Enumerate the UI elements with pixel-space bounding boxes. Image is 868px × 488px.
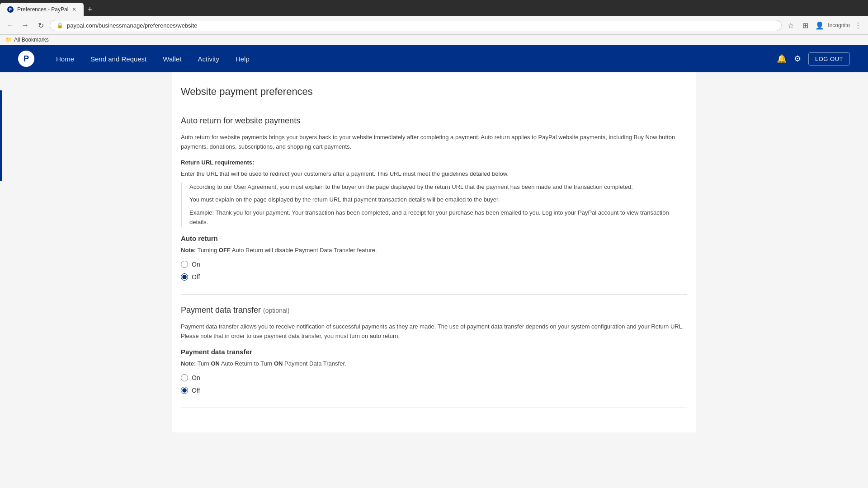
nav-help[interactable]: Help xyxy=(227,45,258,72)
tab-title: Preferences - PayPal xyxy=(17,6,68,13)
radio-on-input[interactable] xyxy=(181,261,188,268)
note-text-disable: Auto Return will disable Payment Data Tr… xyxy=(232,247,377,253)
page-content: Website payment preferences Auto return … xyxy=(172,72,696,432)
bookmarks-folder[interactable]: 📁 All Bookmarks xyxy=(4,36,51,44)
pdt-radio-on-input[interactable] xyxy=(181,374,188,381)
back-button[interactable]: ← xyxy=(4,19,16,32)
radio-off-label: Off xyxy=(192,273,200,281)
menu-button[interactable]: ⋮ xyxy=(852,19,864,32)
payment-data-note: Note: Turn ON Auto Return to Turn ON Pay… xyxy=(181,360,687,367)
radio-on-label: On xyxy=(192,261,200,268)
payment-note-part2: Auto Return to Turn xyxy=(221,360,274,367)
payment-data-radio-group: On Off xyxy=(181,374,687,394)
radio-off-option[interactable]: Off xyxy=(181,273,687,281)
incognito-label: Incognito xyxy=(828,22,850,28)
gear-icon: ⚙ xyxy=(794,54,801,64)
req-item-2: You must explain on the page displayed b… xyxy=(189,195,687,205)
profile-icon: 👤 xyxy=(815,21,824,30)
requirements-desc: Enter the URL that will be used to redir… xyxy=(181,170,687,177)
url-text: paypal.com/businessmanage/preferences/we… xyxy=(67,22,775,29)
logout-button[interactable]: LOG OUT xyxy=(808,52,850,66)
requirements-title: Return URL requirements: xyxy=(181,159,687,166)
auto-return-radio-group: On Off xyxy=(181,261,687,281)
nav-wallet[interactable]: Wallet xyxy=(155,45,189,72)
nav-links: Home Send and Request Wallet Activity He… xyxy=(48,45,777,72)
tab-favicon: P xyxy=(7,6,14,13)
nav-activity[interactable]: Activity xyxy=(189,45,227,72)
auto-return-title: Auto return for website payments xyxy=(181,116,687,126)
settings-button[interactable]: ⚙ xyxy=(794,54,801,64)
bookmarks-bar: 📁 All Bookmarks xyxy=(0,35,868,45)
notifications-button[interactable]: 🔔 xyxy=(777,54,787,64)
tab-close-button[interactable]: ✕ xyxy=(72,6,76,13)
nav-home[interactable]: Home xyxy=(48,45,82,72)
payment-note-part3: Payment Data Transfer. xyxy=(284,360,346,367)
auto-return-description: Auto return for website payments brings … xyxy=(181,133,687,152)
nav-right: 🔔 ⚙ LOG OUT xyxy=(777,52,850,66)
payment-data-title: Payment data transfer (optional) xyxy=(181,305,687,315)
refresh-button[interactable]: ↻ xyxy=(34,19,47,32)
scroll-indicator xyxy=(0,90,2,181)
radio-off-input[interactable] xyxy=(181,273,188,281)
note-label: Note: xyxy=(181,247,196,253)
pdt-radio-on-option[interactable]: On xyxy=(181,374,687,381)
paypal-logo-circle: P xyxy=(18,51,34,67)
payment-data-description: Payment data transfer allows you to rece… xyxy=(181,322,687,341)
radio-on-option[interactable]: On xyxy=(181,261,687,268)
active-tab[interactable]: P Preferences - PayPal ✕ xyxy=(0,3,84,16)
tab-bar: P Preferences - PayPal ✕ + xyxy=(0,0,868,16)
auto-return-section: Auto return for website payments Auto re… xyxy=(181,116,687,295)
paypal-logo[interactable]: P xyxy=(18,51,34,67)
payment-note-part1: Turn xyxy=(198,360,211,367)
pdt-radio-on-label: On xyxy=(192,374,200,381)
bookmarks-folder-label: All Bookmarks xyxy=(14,37,49,43)
req-item-3: Example: Thank you for your payment. You… xyxy=(189,208,687,227)
extensions-button[interactable]: ⊞ xyxy=(799,19,811,32)
address-bar[interactable]: 🔒 paypal.com/businessmanage/preferences/… xyxy=(50,20,782,31)
pdt-radio-off-input[interactable] xyxy=(181,387,188,394)
note-off-text: OFF xyxy=(219,247,231,253)
payment-data-subtitle: Payment data transfer xyxy=(181,348,687,356)
bookmark-button[interactable]: ☆ xyxy=(784,19,797,32)
payment-note-label: Note: xyxy=(181,360,196,367)
payment-note-on: ON xyxy=(211,360,220,367)
bell-icon: 🔔 xyxy=(777,54,787,64)
payment-note-on2: ON xyxy=(274,360,283,367)
lock-icon: 🔒 xyxy=(57,22,63,28)
payment-data-section: Payment data transfer (optional) Payment… xyxy=(181,305,687,408)
auto-return-subtitle: Auto return xyxy=(181,235,687,242)
note-text-turning: Turning xyxy=(198,247,219,253)
browser-chrome: P Preferences - PayPal ✕ + ← → ↻ 🔒 paypa… xyxy=(0,0,868,45)
profile-button[interactable]: 👤 xyxy=(813,19,826,32)
forward-button[interactable]: → xyxy=(19,19,32,32)
toolbar-right: ☆ ⊞ 👤 Incognito ⋮ xyxy=(784,19,864,32)
requirements-list: According to our User Agreement, you mus… xyxy=(181,183,687,227)
paypal-navbar: P Home Send and Request Wallet Activity … xyxy=(0,45,868,72)
new-tab-button[interactable]: + xyxy=(84,5,96,14)
pdt-radio-off-option[interactable]: Off xyxy=(181,387,687,394)
pdt-radio-off-label: Off xyxy=(192,387,200,394)
bookmarks-folder-icon: 📁 xyxy=(5,37,12,43)
page-title: Website payment preferences xyxy=(181,86,687,105)
auto-return-note: Note: Turning OFF Turning OFF Auto Retur… xyxy=(181,247,687,253)
req-item-1: According to our User Agreement, you mus… xyxy=(189,183,687,192)
nav-send-request[interactable]: Send and Request xyxy=(82,45,155,72)
browser-toolbar: ← → ↻ 🔒 paypal.com/businessmanage/prefer… xyxy=(0,16,868,35)
optional-label: (optional) xyxy=(263,307,289,314)
